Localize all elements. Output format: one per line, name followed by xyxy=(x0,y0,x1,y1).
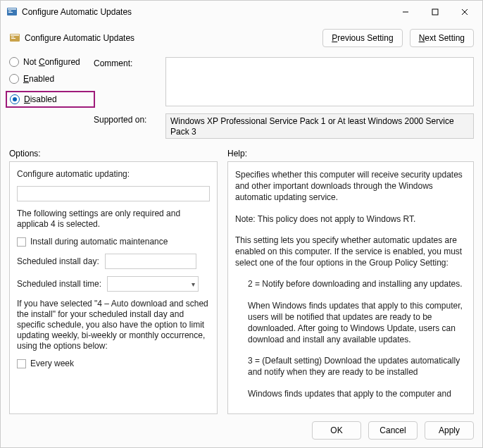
supported-label: Supported on: xyxy=(94,113,158,125)
state-radios: Not Configured Enabled Disabled xyxy=(9,53,88,139)
footer: OK Cancel Apply xyxy=(1,414,482,447)
svg-rect-11 xyxy=(11,38,15,39)
install-day-combo[interactable] xyxy=(105,254,196,269)
help-content: Specifies whether this computer will rec… xyxy=(235,169,466,399)
radio-label-disabled: Disabled xyxy=(24,94,57,104)
titlebar-icon xyxy=(6,6,18,18)
cancel-button[interactable]: Cancel xyxy=(368,421,418,440)
info-column: Comment: Supported on: Windows XP Profes… xyxy=(94,53,474,139)
close-icon xyxy=(461,8,468,15)
prev-rest: revious Setting xyxy=(337,33,393,43)
window: Configure Automatic Updates Configure Au… xyxy=(0,0,483,448)
install-maintenance-checkbox[interactable]: Install during automatic maintenance xyxy=(17,237,210,247)
header: Configure Automatic Updates Previous Set… xyxy=(1,23,482,51)
svg-rect-1 xyxy=(8,8,16,10)
svg-rect-5 xyxy=(432,9,438,15)
configure-updating-input[interactable] xyxy=(17,186,210,201)
next-setting-button[interactable]: Next Setting xyxy=(410,29,474,47)
help-p2: Note: This policy does not apply to Wind… xyxy=(235,213,466,225)
radio-label-enabled: Enabled xyxy=(23,74,54,84)
checkbox-icon xyxy=(17,359,26,368)
chevron-down-icon: ▾ xyxy=(192,280,195,288)
radio-label-not-configured: Not Configured xyxy=(23,57,80,67)
comment-textarea[interactable] xyxy=(165,57,474,106)
radio-not-configured[interactable]: Not Configured xyxy=(9,57,88,67)
svg-rect-10 xyxy=(11,37,14,37)
radio-icon xyxy=(9,57,19,67)
help-p3: This setting lets you specify whether au… xyxy=(235,235,466,269)
options-paragraph: If you have selected "4 – Auto download … xyxy=(17,299,210,351)
checkbox-icon xyxy=(17,237,26,247)
options-label: Options: xyxy=(9,149,218,158)
install-time-combo[interactable]: ▾ xyxy=(107,276,199,292)
options-note: The following settings are only required… xyxy=(17,209,210,230)
svg-rect-9 xyxy=(11,35,19,36)
pane-labels: Options: Help: xyxy=(1,142,482,161)
maximize-button[interactable] xyxy=(420,2,450,22)
help-pane[interactable]: Specifies whether this computer will rec… xyxy=(227,161,474,414)
next-underline: N xyxy=(419,33,425,43)
radio-icon xyxy=(10,94,20,104)
apply-button[interactable]: Apply xyxy=(425,421,474,440)
options-heading: Configure automatic updating: xyxy=(17,169,210,179)
config-section: Not Configured Enabled Disabled Comment:… xyxy=(1,51,482,142)
install-time-label: Scheduled install time: xyxy=(17,279,101,289)
supported-line-1: Windows XP Professional Service Pack 1 o… xyxy=(170,116,469,137)
window-controls xyxy=(391,2,479,22)
header-left: Configure Automatic Updates xyxy=(9,32,317,44)
svg-rect-3 xyxy=(8,12,13,13)
help-p4: 2 = Notify before downloading and instal… xyxy=(235,278,466,290)
radio-dot xyxy=(13,97,17,101)
supported-line-2: Option 7 only supported on servers of at… xyxy=(170,137,469,139)
supported-textbox: Windows XP Professional Service Pack 1 o… xyxy=(165,113,474,139)
panes: Configure automatic updating: The follow… xyxy=(1,161,482,414)
svg-rect-2 xyxy=(8,11,11,11)
radio-disabled[interactable]: Disabled xyxy=(6,91,95,108)
header-title: Configure Automatic Updates xyxy=(25,33,134,43)
previous-setting-button[interactable]: Previous Setting xyxy=(322,29,402,47)
help-label: Help: xyxy=(227,149,247,158)
options-pane[interactable]: Configure automatic updating: The follow… xyxy=(9,161,218,414)
install-day-row: Scheduled install day: xyxy=(17,254,210,269)
install-maintenance-label: Install during automatic maintenance xyxy=(30,237,168,247)
ok-button[interactable]: OK xyxy=(312,421,361,440)
help-p6: 3 = (Default setting) Download the updat… xyxy=(235,355,466,378)
help-p5: When Windows finds updates that apply to… xyxy=(235,300,466,346)
radio-enabled[interactable]: Enabled xyxy=(9,74,88,84)
install-time-row: Scheduled install time: ▾ xyxy=(17,276,210,292)
every-week-label: Every week xyxy=(30,359,74,368)
comment-label: Comment: xyxy=(94,57,158,68)
help-p1: Specifies whether this computer will rec… xyxy=(235,169,466,204)
supported-row: Supported on: Windows XP Professional Se… xyxy=(94,113,474,139)
help-p7: Windows finds updates that apply to the … xyxy=(235,388,466,399)
install-day-label: Scheduled install day: xyxy=(17,256,99,266)
minimize-icon xyxy=(402,8,409,15)
header-buttons: Previous Setting Next Setting xyxy=(322,29,474,47)
close-button[interactable] xyxy=(450,2,479,22)
titlebar-title: Configure Automatic Updates xyxy=(22,7,391,17)
titlebar: Configure Automatic Updates xyxy=(1,1,482,23)
next-rest: ext Setting xyxy=(425,33,465,43)
comment-row: Comment: xyxy=(94,57,474,106)
options-content: Configure automatic updating: The follow… xyxy=(17,169,210,368)
every-week-checkbox[interactable]: Every week xyxy=(17,359,210,368)
policy-icon xyxy=(9,32,20,44)
maximize-icon xyxy=(432,8,439,15)
radio-icon xyxy=(9,74,19,84)
minimize-button[interactable] xyxy=(391,2,420,22)
